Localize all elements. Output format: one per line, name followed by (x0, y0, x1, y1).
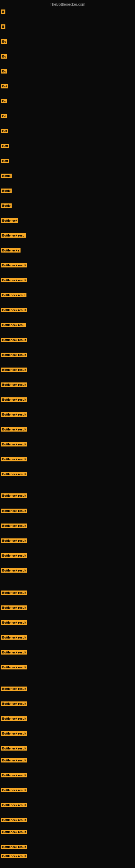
badge-label: Bottleneck result (1, 803, 27, 807)
badge-item: Bottle (1, 188, 12, 194)
badge-label: Bo (1, 69, 7, 73)
badge-item: Bottleneck result (1, 368, 27, 373)
badge-label: Bottleneck result (1, 665, 27, 670)
badge-item: Bottleneck result (1, 758, 27, 764)
badge-label: Bottleneck result (1, 773, 27, 777)
badge-label: Bottleneck result (1, 758, 27, 763)
badge-label: Bottleneck result (1, 854, 27, 858)
badge-label: Bottleneck result (1, 524, 27, 528)
badge-item: Bo (1, 39, 7, 45)
badge-item: Bottleneck result (1, 788, 27, 794)
badge-label: Bottleneck result (1, 606, 27, 610)
badge-label: Bottleneck resul (1, 293, 27, 297)
badge-label: Bottleneck result (1, 553, 27, 558)
badge-label: Bottle (1, 188, 12, 193)
site-title: TheBottlenecker.com (50, 2, 85, 6)
badge-item: Bottleneck result (1, 746, 27, 752)
badge-item: Bottleneck result (1, 263, 27, 269)
badge-label: Bottleneck result (1, 746, 27, 750)
badge-label: Bottleneck result (1, 788, 27, 792)
badge-item: Bott (1, 144, 9, 149)
badge-item: Bottleneck result (1, 716, 27, 722)
badge-item: Bottleneck result (1, 731, 27, 737)
badge-item: Bottleneck result (1, 442, 27, 447)
badge-item: Bottleneck result (1, 830, 27, 835)
badge-item: Bottleneck result (1, 427, 27, 433)
badge-item: Bottleneck result (1, 773, 27, 778)
badge-label: Bottleneck result (1, 338, 27, 342)
badge-item: Bottleneck result (1, 397, 27, 403)
badge-label: Bottleneck r (1, 248, 20, 252)
badge-item: Bottleneck result (1, 457, 27, 463)
badge-label: Bottleneck result (1, 620, 27, 625)
badge-label: Bottleneck result (1, 368, 27, 372)
badge-label: Bott (1, 159, 9, 163)
badge-item: Bottleneck result (1, 650, 27, 656)
badge-label: Bottleneck result (1, 702, 27, 706)
badge-label: Bot (1, 129, 8, 133)
badge-item: Bo (1, 99, 7, 104)
badge-label: Bottleneck result (1, 278, 27, 282)
badge-item: Bottleneck result (1, 702, 27, 707)
badge-item: Bottleneck result (1, 278, 27, 283)
badge-label: Bo (1, 54, 7, 59)
badge-label: Bottleneck result (1, 412, 27, 416)
badge-item: Bottle (1, 174, 12, 179)
badge-item: Bo (1, 54, 7, 60)
badge-label: Bottleneck result (1, 427, 27, 432)
badge-item: Bottleneck result (1, 553, 27, 559)
badge-label: Bo (1, 99, 7, 103)
badge-item: Bottleneck result (1, 308, 27, 313)
badge-item: Bottleneck result (1, 606, 27, 611)
badge-label: Bottleneck result (1, 457, 27, 461)
badge-label: Bottleneck result (1, 818, 27, 822)
badge-label: Bottle (1, 174, 12, 178)
badge-label: Bottleneck result (1, 716, 27, 721)
badge-label: Bottleneck result (1, 442, 27, 446)
badge-item: Bottle (1, 204, 12, 209)
badge-label: Bottleneck result (1, 845, 27, 849)
badge-label: Bottleneck result (1, 686, 27, 691)
badge-label: Bottleneck result (1, 508, 27, 513)
badge-item: Bottleneck result (1, 568, 27, 574)
badge-label: Bot (1, 84, 8, 88)
badge-label: B (1, 9, 5, 14)
badge-label: B (1, 24, 5, 29)
badge-item: Bottleneck result (1, 803, 27, 808)
badge-item: Bott (1, 159, 9, 164)
badge-item: Bo (1, 114, 7, 119)
badge-label: Bottleneck (1, 218, 18, 223)
badge-label: Bottleneck result (1, 830, 27, 834)
badge-label: Bottleneck resu (1, 323, 26, 327)
badge-label: Bott (1, 144, 9, 148)
badge-label: Bo (1, 114, 7, 118)
badge-item: Bottleneck result (1, 493, 27, 499)
badge-label: Bo (1, 39, 7, 44)
badge-item: Bottleneck result (1, 590, 27, 596)
badge-item: Bottleneck result (1, 818, 27, 823)
badge-item: Bottleneck result (1, 412, 27, 418)
badge-item: Bottleneck result (1, 538, 27, 544)
badge-item: Bottleneck resu (1, 323, 26, 328)
badge-label: Bottleneck result (1, 650, 27, 654)
badge-label: Bottleneck result (1, 352, 27, 357)
badge-label: Bottle (1, 204, 12, 208)
badge-item: Bottleneck result (1, 620, 27, 626)
badge-item: Bottleneck result (1, 686, 27, 692)
badge-item: Bottleneck result (1, 854, 27, 859)
badge-item: Bottleneck result (1, 524, 27, 529)
badge-item: Bottleneck result (1, 845, 27, 850)
badge-label: Bottleneck result (1, 263, 27, 268)
badge-label: Bottleneck result (1, 538, 27, 543)
badge-item: Bottleneck resu (1, 233, 26, 239)
badge-label: Bottleneck result (1, 590, 27, 595)
badge-label: Bottleneck result (1, 493, 27, 498)
badge-item: B (1, 24, 5, 30)
badge-item: Bot (1, 129, 8, 134)
badge-item: Bottleneck result (1, 508, 27, 514)
badge-item: Bot (1, 84, 8, 90)
badge-label: Bottleneck result (1, 472, 27, 476)
badge-item: Bottleneck result (1, 338, 27, 343)
badge-item: Bottleneck result (1, 382, 27, 388)
badge-item: Bottleneck result (1, 472, 27, 477)
